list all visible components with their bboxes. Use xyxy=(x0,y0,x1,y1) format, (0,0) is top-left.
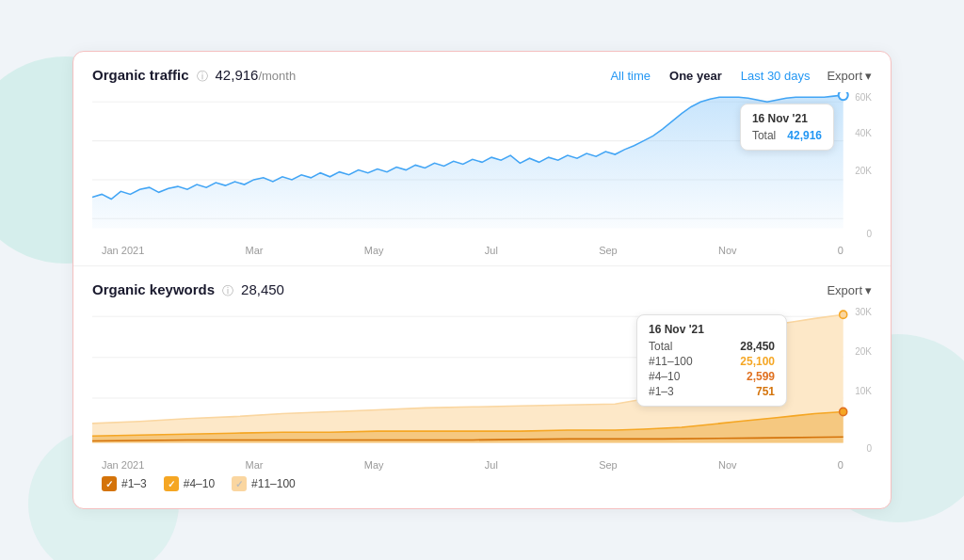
legend-11-100-label: #11–100 xyxy=(251,477,296,490)
legend-11-100-check: ✓ xyxy=(232,476,247,491)
legend-1-3-label: #1–3 xyxy=(121,477,147,490)
traffic-metric-value: 42,916/month xyxy=(216,67,297,83)
traffic-section: Organic traffic ⓘ 42,916/month All time … xyxy=(73,52,891,265)
traffic-x-mar: Mar xyxy=(246,245,264,256)
kw-y-0: 0 xyxy=(866,443,872,454)
kw-x-nov: Nov xyxy=(718,459,737,471)
traffic-x-jul: Jul xyxy=(485,245,498,256)
keywords-export-chevron: ▾ xyxy=(865,283,872,297)
traffic-x-sep: Sep xyxy=(599,245,618,256)
kw-x-mar: Mar xyxy=(246,459,264,471)
traffic-y-20k: 20K xyxy=(855,166,872,176)
keywords-title: Organic keywords xyxy=(92,281,215,297)
traffic-export-btn[interactable]: Export ▾ xyxy=(827,69,872,83)
traffic-x-jan: Jan 2021 xyxy=(102,245,144,256)
legend-11-100[interactable]: ✓ #11–100 xyxy=(232,476,296,491)
kw-y-20k: 20K xyxy=(855,346,872,357)
traffic-y-40k: 40K xyxy=(855,128,872,138)
traffic-x-may: May xyxy=(364,245,384,256)
kw-x-jul: Jul xyxy=(485,459,498,471)
traffic-metric-unit: /month xyxy=(258,69,296,83)
keywords-export-btn[interactable]: Export ▾ xyxy=(827,283,872,297)
kw-x-labels: Jan 2021 Mar May Jul Sep Nov 0 xyxy=(92,457,872,471)
keywords-section: Organic keywords ⓘ 28,450 Export ▾ 30K 2… xyxy=(73,265,891,508)
traffic-title: Organic traffic xyxy=(92,67,189,83)
keywords-legend: ✓ #1–3 ✓ #4–10 ✓ #11–100 xyxy=(92,471,872,499)
traffic-chart: 60K 40K 20K 0 xyxy=(92,92,872,243)
kw-x-jan: Jan 2021 xyxy=(102,459,144,471)
legend-4-10-label: #4–10 xyxy=(184,477,215,490)
traffic-chart-svg xyxy=(92,92,872,243)
time-btn-alltime[interactable]: All time xyxy=(606,67,654,85)
main-card: Organic traffic ⓘ 42,916/month All time … xyxy=(72,51,892,509)
traffic-controls: All time One year Last 30 days Export ▾ xyxy=(606,67,872,85)
traffic-x-0: 0 xyxy=(838,245,844,256)
keywords-controls: Export ▾ xyxy=(827,283,872,297)
keywords-chart: 30K 20K 10K 0 xyxy=(92,307,872,457)
time-btn-last30[interactable]: Last 30 days xyxy=(737,67,814,85)
kw-y-10k: 10K xyxy=(855,386,872,396)
svg-point-10 xyxy=(840,408,847,415)
svg-point-9 xyxy=(840,311,847,318)
time-btn-oneyear[interactable]: One year xyxy=(666,67,726,85)
keywords-header: Organic keywords ⓘ 28,450 Export ▾ xyxy=(92,281,872,299)
traffic-title-group: Organic traffic ⓘ 42,916/month xyxy=(92,67,296,85)
traffic-info-icon[interactable]: ⓘ xyxy=(197,69,208,85)
legend-4-10-check: ✓ xyxy=(164,476,179,491)
keywords-info-icon[interactable]: ⓘ xyxy=(222,283,233,299)
kw-x-may: May xyxy=(364,459,384,471)
traffic-x-nov: Nov xyxy=(718,245,737,256)
kw-x-0: 0 xyxy=(838,459,844,471)
svg-point-4 xyxy=(839,92,848,100)
keywords-chart-wrapper: 30K 20K 10K 0 xyxy=(92,307,872,471)
legend-1-3[interactable]: ✓ #1–3 xyxy=(102,476,147,491)
keywords-title-group: Organic keywords ⓘ 28,450 xyxy=(92,281,284,299)
traffic-y-0: 0 xyxy=(866,229,872,239)
keywords-chart-svg xyxy=(92,307,872,457)
traffic-time-filter: All time One year Last 30 days xyxy=(606,67,813,85)
legend-1-3-check: ✓ xyxy=(102,476,117,491)
traffic-chart-wrapper: 60K 40K 20K 0 xyxy=(92,92,872,256)
traffic-y-60k: 60K xyxy=(855,92,872,103)
kw-x-sep: Sep xyxy=(599,459,618,471)
keywords-metric-value: 28,450 xyxy=(241,281,284,297)
traffic-x-labels: Jan 2021 Mar May Jul Sep Nov 0 xyxy=(92,243,872,256)
traffic-header: Organic traffic ⓘ 42,916/month All time … xyxy=(92,67,872,85)
traffic-export-chevron: ▾ xyxy=(865,69,872,83)
kw-y-30k: 30K xyxy=(855,307,872,317)
legend-4-10[interactable]: ✓ #4–10 xyxy=(164,476,215,491)
